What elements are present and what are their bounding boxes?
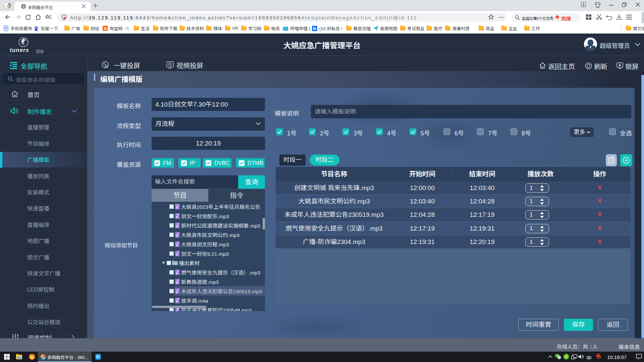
svg-text:知: 知 xyxy=(313,27,316,31)
svg-text:淘: 淘 xyxy=(104,27,107,31)
